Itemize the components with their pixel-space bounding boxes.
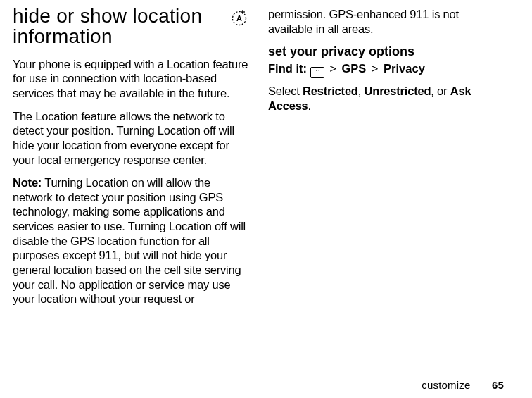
find-it-label: Find it: [268, 62, 307, 75]
option: Restricted [303, 85, 358, 97]
note-body: Turning Location on will allow the netwo… [13, 176, 246, 305]
breadcrumb-separator: > [327, 62, 338, 75]
page-number: 65 [492, 379, 504, 391]
comma: , [358, 85, 365, 97]
right-column: permission. GPS-enhanced 911 is not avai… [268, 6, 504, 315]
breadcrumb-item: Privacy [384, 62, 425, 75]
subsection-heading: set your privacy options [268, 44, 504, 59]
left-column: hide or show location information A Your… [13, 6, 248, 315]
menu-key-icon: ∷ [310, 67, 324, 78]
note-paragraph: Note: Turning Location on will allow the… [13, 175, 248, 306]
breadcrumb-item: GPS [341, 62, 366, 75]
location-feature-icon: A [230, 8, 248, 30]
period: . [308, 99, 311, 112]
section-heading: hide or show location information [13, 6, 224, 47]
page-footer: customize 65 [422, 379, 504, 391]
two-column-layout: hide or show location information A Your… [13, 6, 504, 315]
manual-page: hide or show location information A Your… [0, 0, 532, 398]
or-text: , or [431, 85, 450, 97]
note-label: Note: [13, 176, 42, 189]
select-prefix: Select [268, 85, 303, 97]
svg-text:A: A [236, 14, 242, 23]
select-line: Select Restricted, Unrestricted, or Ask … [268, 84, 504, 113]
find-it-line: Find it: ∷ > GPS > Privacy [268, 62, 504, 78]
heading-row: hide or show location information A [13, 6, 248, 57]
option: Unrestricted [365, 85, 431, 97]
paragraph: The Location feature allows the network … [13, 109, 248, 168]
paragraph: Your phone is equipped with a Location f… [13, 57, 248, 101]
footer-section: customize [422, 379, 470, 391]
breadcrumb-separator: > [369, 62, 381, 75]
paragraph-continuation: permission. GPS-enhanced 911 is not avai… [268, 7, 504, 36]
